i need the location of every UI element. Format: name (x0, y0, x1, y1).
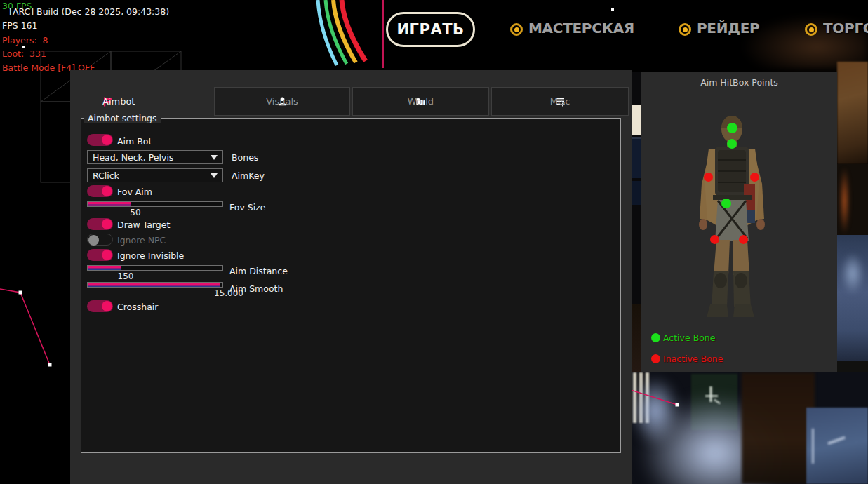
fov-size-value: 50 (114, 208, 156, 217)
esp-dot (611, 8, 614, 11)
loot-counter: Loot: 331 (2, 48, 46, 59)
active-bone-label: Active Bone (663, 332, 715, 343)
tab-label: Misc (550, 96, 570, 107)
inactive-bone-dot (651, 354, 660, 363)
build-info: [ARC] Build (Dec 28 2025, 09:43:38) (9, 6, 169, 17)
ignore-npc-toggle[interactable] (87, 234, 113, 246)
background-sign-cream (631, 105, 641, 135)
background-window (806, 408, 868, 484)
draw-target-label: Draw Target (117, 220, 170, 230)
background-orange-glow (840, 168, 849, 233)
aimkey-dropdown[interactable]: RClick (87, 168, 223, 182)
hitbox-point-active (727, 123, 737, 133)
aimkey-selected-value: RClick (93, 170, 119, 181)
tab-visuals[interactable]: Visuals (214, 87, 350, 116)
tab-misc[interactable]: Misc (491, 87, 629, 116)
aim-distance-label: Aim Distance (229, 266, 288, 276)
aim-bot-toggle[interactable] (87, 134, 113, 146)
crosshair-toggle[interactable] (87, 300, 113, 312)
background-sliver (631, 72, 641, 372)
background-sign-brown (631, 304, 641, 372)
aim-smooth-slider[interactable] (87, 282, 223, 288)
bones-label: Bones (232, 152, 258, 163)
play-button[interactable]: ИГРАТЬ (386, 12, 475, 47)
background-sign-navy (631, 137, 641, 178)
tab-label: Aimbot (102, 96, 135, 107)
game-screen: 30 FPS [ARC] Build (Dec 28 2025, 09:43:3… (0, 0, 868, 484)
tab-label: Visuals (266, 96, 298, 107)
bones-selected-value: Head, Neck, Pelvis (93, 152, 173, 163)
rainbow-sign (311, 0, 389, 67)
chevron-down-icon (211, 173, 218, 178)
tab-world[interactable]: World (352, 87, 489, 116)
aim-distance-value: 150 (105, 271, 147, 281)
aim-bot-label: Aim Bot (117, 136, 152, 147)
fps-counter: FPS 161 (2, 20, 38, 31)
hitbox-panel: Aim HitBox Points (641, 72, 837, 372)
fov-aim-toggle[interactable] (87, 185, 113, 197)
fov-aim-label: Fov Aim (117, 187, 152, 197)
bones-dropdown[interactable]: Head, Neck, Pelvis (87, 150, 223, 164)
hitbox-point-inactive (750, 173, 759, 182)
active-bone-dot (651, 333, 660, 342)
esp-tracer-left (0, 281, 58, 372)
aimkey-label: AimKey (232, 170, 265, 181)
menu-item-trade[interactable]: ТОРГО (823, 20, 868, 36)
aim-distance-slider[interactable] (87, 265, 223, 271)
hitbox-point-inactive (710, 235, 719, 244)
menu-item-raider[interactable]: РЕЙДЕР (697, 20, 759, 36)
inactive-bone-label: Inactive Bone (663, 354, 723, 364)
hitbox-point-active (721, 199, 731, 208)
fov-size-slider[interactable] (87, 201, 223, 207)
fov-size-label: Fov Size (229, 202, 265, 213)
tab-label: World (408, 96, 434, 107)
ignore-invisible-toggle[interactable] (87, 249, 113, 261)
background-window-glow (841, 253, 864, 295)
hitbox-point-active (727, 139, 737, 149)
background-scene-bottom-right (631, 372, 868, 484)
chevron-down-icon (211, 155, 218, 160)
players-counter: Players: 8 (2, 35, 48, 46)
draw-target-toggle[interactable] (87, 218, 113, 230)
background-dark (837, 361, 868, 372)
coin-icon (804, 22, 818, 36)
hitbox-point-inactive (739, 235, 748, 244)
coin-icon (509, 22, 523, 36)
group-title: Aimbot settings (84, 113, 161, 123)
hitbox-dots-layer (641, 72, 837, 372)
coin-icon (678, 22, 692, 36)
background-column (742, 372, 815, 484)
crosshair-label: Crosshair (117, 302, 158, 312)
aim-smooth-label: Aim Smooth (229, 283, 283, 294)
ignore-npc-label: Ignore NPC (117, 235, 166, 246)
esp-tracer-vertical (382, 0, 384, 68)
hitbox-point-inactive (704, 173, 713, 182)
ignore-invisible-label: Ignore Invisible (117, 250, 184, 261)
background-wall-brown (837, 62, 868, 164)
esp-tracer-right (631, 372, 681, 415)
background-sign-navy (631, 181, 641, 205)
menu-item-workshop[interactable]: МАСТЕРСКАЯ (528, 20, 634, 36)
